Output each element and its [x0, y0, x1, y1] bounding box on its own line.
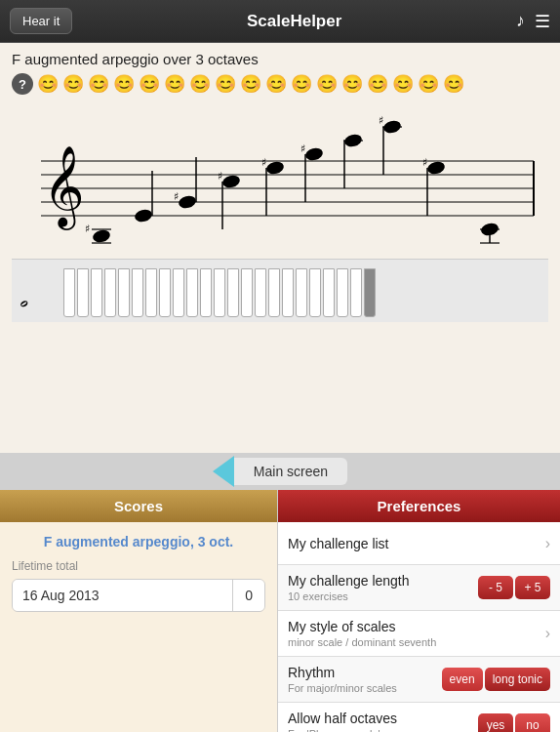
pref-subtitle-challenge-length: 10 exercises: [288, 590, 478, 602]
smiley-13: 😊: [341, 73, 363, 95]
challenge-length-minus-btn[interactable]: - 5: [478, 576, 513, 599]
svg-text:♯: ♯: [422, 156, 427, 168]
music-notation-svg: 𝄞 ♯ ♯ ♯ ♯ ♯: [12, 102, 548, 259]
svg-point-12: [178, 194, 197, 210]
smiley-7: 😊: [189, 73, 211, 95]
smiley-15: 😊: [392, 73, 414, 95]
piano-key-white[interactable]: [268, 268, 280, 317]
piano-keys: [20, 268, 540, 317]
menu-icon[interactable]: ☰: [535, 11, 550, 32]
smiley-9: 😊: [240, 73, 261, 95]
pref-row-style-scales[interactable]: My style of scales minor scale / dominan…: [278, 611, 560, 657]
pref-row-challenge-list[interactable]: My challenge list ›: [278, 522, 560, 565]
piano-key-white[interactable]: [255, 268, 266, 317]
hear-button[interactable]: Hear it: [10, 8, 72, 34]
svg-point-18: [265, 160, 285, 176]
svg-text:♯: ♯: [85, 223, 90, 234]
piano-key-white[interactable]: [323, 268, 335, 317]
piano-key-white[interactable]: [214, 268, 225, 317]
score-title: F augmented arpeggio, 3 oct.: [12, 534, 265, 549]
piano-key-white[interactable]: [118, 268, 130, 317]
preferences-panel: Preferences My challenge list › My chall…: [278, 490, 560, 732]
piano-key-white[interactable]: [132, 268, 143, 317]
svg-text:♯: ♯: [300, 142, 305, 154]
piano-key-white[interactable]: [145, 268, 157, 317]
score-row: 16 Aug 2013 0: [12, 579, 265, 612]
staff-area: 𝄞 ♯ ♯ ♯ ♯ ♯: [12, 102, 548, 259]
info-icon[interactable]: ?: [12, 73, 33, 95]
piano-key-white[interactable]: [104, 268, 116, 317]
pref-title-challenge-length: My challenge length: [288, 573, 478, 589]
chevron-right-icon: ›: [545, 535, 550, 552]
svg-text:♯: ♯: [261, 156, 266, 168]
main-screen-label: Main screen: [234, 458, 347, 485]
pref-row-challenge-length: My challenge length 10 exercises - 5 + 5: [278, 565, 560, 611]
pref-title-challenge-list: My challenge list: [288, 536, 545, 551]
piano-key-white[interactable]: [337, 268, 348, 317]
smiley-11: 😊: [291, 73, 312, 95]
header-icons: ♪ ☰: [516, 11, 550, 32]
svg-point-21: [304, 146, 324, 162]
smiley-3: 😊: [88, 73, 109, 95]
piano-keyboard: 𝅗: [12, 259, 548, 322]
svg-text:♯: ♯: [379, 114, 383, 126]
smiley-14: 😊: [367, 73, 388, 95]
svg-point-10: [134, 208, 153, 224]
pref-row-rhythm: Rhythm For major/minor scales even long …: [278, 657, 560, 703]
pref-title-style-scales: My style of scales: [288, 619, 545, 634]
svg-point-8: [92, 228, 111, 244]
app-title: ScaleHelper: [72, 12, 516, 31]
pref-row-half-octaves: Allow half octaves For 'Play any scale' …: [278, 703, 560, 732]
smiley-10: 😊: [265, 73, 287, 95]
music-area: F augmented arpeggio over 3 octaves ? 😊 …: [0, 43, 560, 453]
smiley-17: 😊: [443, 73, 464, 95]
smiley-1: 😊: [37, 73, 59, 95]
pref-subtitle-rhythm: For major/minor scales: [288, 682, 442, 694]
preferences-header: Preferences: [278, 490, 560, 522]
piano-key-white[interactable]: [364, 268, 376, 317]
piano-key-white[interactable]: [227, 268, 239, 317]
svg-point-31: [426, 160, 446, 176]
svg-text:𝄞: 𝄞: [43, 146, 85, 230]
score-value: 0: [232, 580, 264, 611]
lifetime-label: Lifetime total: [12, 559, 265, 573]
smiley-12: 😊: [316, 73, 338, 95]
piano-key-white[interactable]: [186, 268, 198, 317]
pref-title-rhythm: Rhythm: [288, 665, 442, 680]
smiley-4: 😊: [113, 73, 135, 95]
pref-subtitle-half-octaves: For 'Play any scale': [288, 728, 478, 732]
scores-content: F augmented arpeggio, 3 oct. Lifetime to…: [0, 522, 277, 732]
piano-key-white[interactable]: [309, 268, 321, 317]
half-octaves-yes-btn[interactable]: yes: [478, 713, 513, 732]
main-screen-button[interactable]: Main screen: [213, 456, 347, 487]
smiley-2: 😊: [62, 73, 84, 95]
piano-key-white[interactable]: [350, 268, 362, 317]
piano-key-white[interactable]: [241, 268, 253, 317]
svg-point-15: [221, 174, 241, 189]
piano-key-white[interactable]: [282, 268, 294, 317]
piano-key-white[interactable]: [91, 268, 102, 317]
svg-text:♯: ♯: [174, 190, 179, 202]
score-date: 16 Aug 2013: [13, 580, 232, 611]
preferences-content: My challenge list › My challenge length …: [278, 522, 560, 732]
smiley-16: 😊: [418, 73, 439, 95]
music-note-icon[interactable]: ♪: [516, 11, 525, 31]
chevron-right-icon: ›: [545, 625, 550, 642]
rhythm-long-tonic-btn[interactable]: long tonic: [485, 668, 550, 691]
app-header: Hear it ScaleHelper ♪ ☰: [0, 0, 560, 43]
smiley-8: 😊: [215, 73, 236, 95]
piano-key-white[interactable]: [63, 268, 75, 317]
main-screen-button-area: Main screen: [0, 453, 560, 490]
piano-key-white[interactable]: [173, 268, 184, 317]
piano-key-white[interactable]: [77, 268, 89, 317]
scores-panel: Scores F augmented arpeggio, 3 oct. Life…: [0, 490, 278, 732]
pref-title-half-octaves: Allow half octaves: [288, 711, 478, 726]
arrow-left-icon: [213, 456, 234, 487]
challenge-length-plus-btn[interactable]: + 5: [515, 576, 550, 599]
piano-key-white[interactable]: [159, 268, 171, 317]
pref-subtitle-style-scales: minor scale / dominant seventh: [288, 636, 545, 648]
half-octaves-no-btn[interactable]: no: [515, 713, 550, 732]
piano-key-white[interactable]: [200, 268, 212, 317]
rhythm-even-btn[interactable]: even: [442, 668, 483, 691]
piano-key-white[interactable]: [296, 268, 307, 317]
